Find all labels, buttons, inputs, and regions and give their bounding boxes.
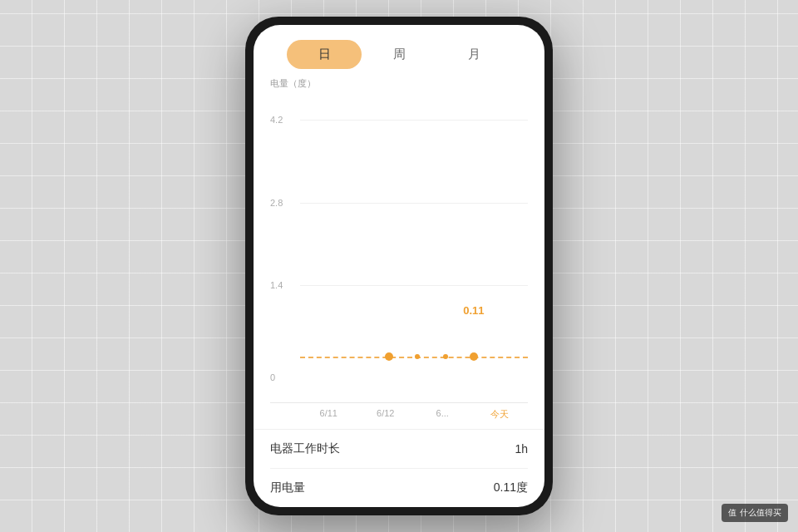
dot-611: [385, 352, 393, 361]
watermark: 值 什么值得买: [722, 504, 788, 522]
grid-line-2: [300, 285, 528, 286]
tab-bar: 日 周 月: [254, 25, 544, 77]
tab-day[interactable]: 日: [287, 40, 362, 69]
chart-ylabel: 电量（度）: [270, 77, 528, 90]
x-label-611: 6/11: [300, 408, 357, 421]
x-label-6x: 6...: [414, 408, 471, 421]
stat-value-power: 0.11度: [494, 480, 528, 495]
y-label-14: 1.4: [270, 280, 283, 290]
tab-week[interactable]: 周: [362, 40, 436, 69]
stat-label-work-time: 电器工作时长: [270, 441, 340, 456]
dot-today: [470, 352, 478, 361]
stat-row-power: 用电量 0.11度: [270, 469, 528, 507]
y-label-0: 0: [270, 372, 275, 382]
grid-line-4: [300, 120, 528, 121]
phone-screen: 日 周 月 电量（度） 4.2 2.8 1.4 0: [254, 25, 544, 507]
dot-612: [415, 354, 420, 359]
watermark-icon: 值: [728, 507, 736, 519]
y-label-28: 2.8: [270, 198, 283, 208]
stat-value-work-time: 1h: [515, 442, 528, 456]
x-labels: 6/11 6/12 6... 今天: [270, 403, 528, 421]
stat-label-power: 用电量: [270, 480, 305, 495]
stats-section: 电器工作时长 1h 用电量 0.11度: [254, 429, 544, 507]
x-label-today: 今天: [471, 408, 529, 421]
stat-row-work-time: 电器工作时长 1h: [270, 430, 528, 469]
tab-month[interactable]: 月: [436, 40, 511, 69]
chart-area: 4.2 2.8 1.4 0 0.11: [270, 95, 528, 403]
chart-value-label: 0.11: [463, 304, 484, 317]
grid-line-3: [300, 203, 528, 204]
chart-container: 电量（度） 4.2 2.8 1.4 0 0.11: [254, 77, 544, 429]
dot-6x: [443, 354, 448, 359]
watermark-text: 什么值得买: [740, 507, 781, 519]
x-label-612: 6/12: [357, 408, 415, 421]
phone-frame: 日 周 月 电量（度） 4.2 2.8 1.4 0: [245, 17, 553, 515]
y-label-42: 4.2: [270, 115, 283, 125]
